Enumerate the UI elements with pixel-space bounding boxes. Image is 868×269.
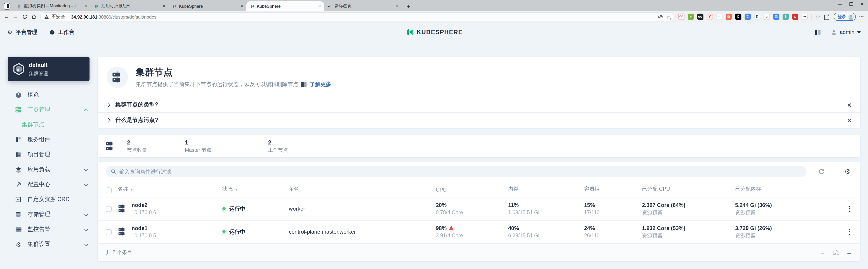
check-extension-icon[interactable]: ✓ [716,14,722,20]
close-icon[interactable]: × [847,117,851,124]
tab-close-icon[interactable]: × [240,4,243,8]
sidebar-item-monitoring-alerting[interactable]: 监控告警 [0,222,97,237]
stat-label: Master 节点 [185,147,268,154]
refresh-icon[interactable] [818,168,825,174]
tab-close-icon[interactable]: × [396,4,399,8]
browser-tab-bar: 虚拟机实例 – Monitoring – kube… × 启用可插拔组件 × K… [0,0,868,11]
workbench-nav[interactable]: 工作台 [49,28,74,36]
row-more-menu-icon[interactable] [847,204,852,214]
sidebar-item-cluster-nodes[interactable]: 集群节点 [0,117,97,132]
row-more-menu-icon[interactable] [847,227,852,237]
new-tab-button[interactable]: ＋ [405,3,411,9]
faq-node-taints[interactable]: 什么是节点污点? × [98,112,860,128]
login-button[interactable]: 登录 [833,13,856,21]
red-figure-extension-icon[interactable]: Y [706,14,713,20]
column-name[interactable]: 名称 [118,186,222,192]
sidebar-item-project-management[interactable]: 项目管理 [0,147,97,162]
infinity-extension-icon[interactable]: ∞ [801,14,808,20]
bookmark-star-icon[interactable]: ☆+ [666,14,671,19]
eyes-extension-icon[interactable]: oo [697,14,703,20]
toolbox-icon[interactable] [815,29,821,35]
sidebar-item-service-components[interactable]: 服务组件 [0,132,97,147]
table-settings-icon[interactable]: ⚙ [844,168,850,175]
tab-new-tab[interactable]: ∞ 新标签页 × [324,1,402,11]
tab-plugin-components[interactable]: 启用可插拔组件 × [91,1,168,11]
url-text: 34.92.90.181:30880/clusters/default/node… [71,14,156,19]
chevron-right-icon [106,103,111,107]
projects-icon [15,151,22,158]
zhe-extension-icon[interactable]: 折 [725,14,732,20]
user-menu[interactable]: admin [831,29,861,35]
table-row-node1[interactable]: node1 10.170.0.5 运行中 control-plane,maste… [98,220,860,243]
tab-monitoring[interactable]: 虚拟机实例 – Monitoring – kube… × [13,1,91,11]
translate-extension-icon[interactable]: 文 [744,14,751,20]
s-extension-icon[interactable]: S [782,14,789,20]
select-all-checkbox[interactable] [106,187,112,193]
page-banner-card: 集群节点 集群节点提供了当前集群下节点的运行状态，以及可以编辑删除节点 了解更多… [98,57,860,128]
tab-close-icon[interactable]: × [318,4,321,8]
collections-icon[interactable] [824,14,830,20]
sidebar-item-configuration-center[interactable]: 配置中心 [0,177,97,192]
favorites-icon[interactable]: ☆ [815,14,820,20]
pagination-prev-button[interactable]: ← [819,249,826,256]
close-icon[interactable]: × [847,102,851,108]
sidebar-item-crd[interactable]: 自定义资源 CRD [0,192,97,207]
chevron-down-icon [84,212,88,216]
crd-icon [15,196,22,203]
tab-kubesphere-active[interactable]: KubeSphere × [246,1,324,11]
table-row-node2[interactable]: node2 10.170.0.6 运行中 worker 20% 0.78/4 C… [98,197,860,220]
refresh-button[interactable] [22,14,28,20]
node-name-link[interactable]: node2 [131,201,156,209]
allocated-memory: 5.244 Gi (36%) 资源预留 [735,201,839,216]
health-extension-icon[interactable]: + [687,14,694,20]
search-bar[interactable] [106,166,806,177]
braces-extension-icon[interactable]: {} [754,14,760,20]
login-label: 登录 [837,14,846,20]
back-button[interactable]: ← [4,14,9,20]
kubesphere-logo[interactable]: KUBESPHERE [405,28,463,36]
sidebar-item-label: 节点管理 [28,106,50,114]
workspaces-icon[interactable] [4,3,10,9]
cat-extension-icon[interactable]: ^^ [678,14,684,20]
sidebar-item-workloads[interactable]: 应用负载 [0,162,97,177]
maximize-button[interactable] [849,2,853,6]
tab-close-icon[interactable]: × [162,4,165,8]
tab-kubesphere-1[interactable]: KubeSphere × [168,1,246,11]
docs-book-icon [301,82,307,87]
row-checkbox[interactable] [106,229,112,235]
docs-extension-icon[interactable]: ▤ [773,14,779,20]
learn-more-link[interactable]: 了解更多 [310,80,331,88]
hand-extension-icon[interactable]: ψ [792,14,798,20]
stat-label: 工作节点 [268,147,288,154]
sidebar-item-cluster-settings[interactable]: ⚙ 集群设置 [0,237,97,252]
forward-button[interactable]: → [13,14,19,20]
pods-usage: 15% 17/110 [584,201,642,216]
close-button[interactable]: × [860,1,864,7]
node-name-link[interactable]: node1 [131,224,156,232]
browser-menu-icon[interactable] [859,16,864,18]
sidebar-item-node-management[interactable]: 节点管理 [0,102,97,117]
address-bar[interactable]: 不安全 34.92.90.181:30880/clusters/default/… [40,12,674,21]
ring-extension-icon[interactable]: O [735,14,741,20]
minimize-button[interactable] [838,4,842,4]
gauge-icon [15,91,22,98]
pagination-next-button[interactable]: → [846,249,852,256]
sidebar-item-label: 概览 [28,91,39,99]
home-button[interactable] [31,14,37,20]
faq-node-types[interactable]: 集群节点的类型? × [98,97,860,112]
not-secure-warning-icon[interactable] [44,15,49,19]
cluster-selector[interactable]: default 集群管理 [8,57,90,81]
kubesphere-header: ⚙ 平台管理 工作台 KUBESPHERE admin [0,23,868,42]
row-checkbox[interactable] [106,206,112,212]
platform-management-nav[interactable]: ⚙ 平台管理 [7,28,37,36]
stat-value: 2 [127,139,185,146]
column-status[interactable]: 状态 [222,186,289,192]
search-input[interactable] [119,169,801,174]
translate-icon[interactable]: aあ [657,14,663,20]
tab-close-icon[interactable]: × [85,4,88,8]
chevron-down-icon [84,182,88,186]
sidebar-item-overview[interactable]: 概览 [0,87,97,102]
kubesphere-logo-icon [405,28,414,36]
person-extension-icon[interactable]: ɋ [763,14,770,20]
sidebar-item-storage-management[interactable]: 存储管理 [0,207,97,222]
